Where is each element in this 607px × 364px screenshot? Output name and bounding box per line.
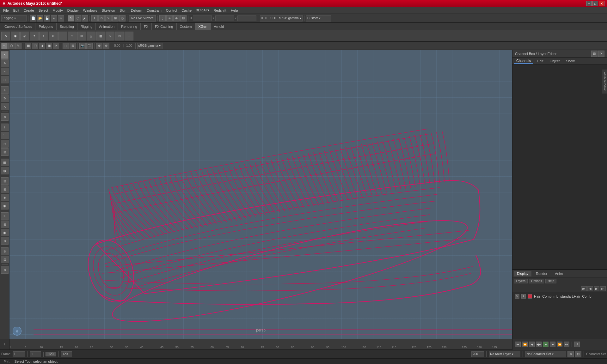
- cb-tab-edit[interactable]: Edit: [535, 58, 546, 64]
- snap-surface-btn[interactable]: ⊡: [180, 15, 187, 21]
- le-tab-display[interactable]: Display: [514, 271, 531, 276]
- xgen-tool3[interactable]: ◉: [1, 229, 9, 236]
- minimize-button[interactable]: ─: [586, 1, 592, 6]
- display-layer2[interactable]: ⊞: [1, 185, 9, 193]
- no-live-surface-button[interactable]: No Live Surface: [129, 15, 156, 21]
- shelf-icon-10[interactable]: △: [87, 32, 95, 40]
- scale-tool[interactable]: ⤡: [1, 103, 9, 110]
- shelf-tab-fxcaching[interactable]: FX Caching: [152, 23, 176, 30]
- show-hide-manip[interactable]: ⊕: [1, 113, 9, 121]
- snap-to-surface[interactable]: ⊞: [1, 148, 9, 156]
- menu-cache[interactable]: Cache: [180, 8, 193, 13]
- layer-nav-next[interactable]: ▶: [594, 286, 599, 291]
- menu-skeleton[interactable]: Skeleton: [100, 8, 117, 13]
- display-layer4[interactable]: ◉: [1, 202, 9, 209]
- no-anim-layer-dropdown[interactable]: No Anim Layer ▾: [489, 351, 520, 357]
- scale-tool-btn[interactable]: ⤡: [105, 15, 112, 21]
- pb-next-key[interactable]: ⏩: [557, 342, 562, 347]
- no-character-set-dropdown[interactable]: No Character Set ▾: [525, 351, 566, 357]
- display-layer1[interactable]: ⊟: [1, 177, 9, 185]
- xray-btn[interactable]: ⊘: [103, 43, 109, 49]
- shelf-icon-4[interactable]: ✦: [30, 32, 39, 40]
- shelf-tab-animation[interactable]: Animation: [96, 23, 118, 30]
- shelf-icon-1[interactable]: ✕: [1, 32, 10, 40]
- layer-nav-prev[interactable]: ◀: [587, 286, 593, 291]
- pb-first-frame[interactable]: ⏮: [515, 342, 521, 347]
- universal-manip-btn[interactable]: ⊞: [112, 15, 119, 21]
- menu-file[interactable]: File: [1, 8, 11, 13]
- snap-to-point[interactable]: ⊡: [1, 140, 9, 148]
- xgen-tool2[interactable]: ⊟: [1, 221, 9, 228]
- pb-last-frame[interactable]: ⏭: [564, 342, 569, 347]
- shelf-icon-13[interactable]: ⊗: [115, 32, 124, 40]
- select-tool-btn[interactable]: ↖: [68, 15, 74, 21]
- open-scene-btn[interactable]: 📂: [37, 15, 43, 21]
- misc-tool2[interactable]: ⊡: [1, 256, 9, 263]
- gamma-dropdown[interactable]: 0.00 1.00 sRGB gamma ▾: [260, 15, 303, 21]
- paint-tool[interactable]: ✎: [1, 59, 9, 67]
- rotate-tool-btn[interactable]: ↻: [98, 15, 105, 21]
- attribute-editor-label[interactable]: Attribute Editor: [602, 70, 607, 94]
- pb-loop[interactable]: ↺: [574, 342, 580, 347]
- snap-curve-btn[interactable]: ∿: [166, 15, 173, 21]
- lasso-select-btn[interactable]: ⬡: [75, 15, 81, 21]
- shelf-icon-8[interactable]: ⌖: [68, 32, 77, 40]
- menu-modify[interactable]: Modify: [51, 8, 64, 13]
- workspace-dropdown[interactable]: Rigging▾: [1, 15, 27, 21]
- shelf-icon-9[interactable]: ⊞: [77, 32, 86, 40]
- nav-cube[interactable]: ⊕: [13, 327, 21, 336]
- shelf-icon-5[interactable]: ↕: [39, 32, 48, 40]
- view-shaded-btn[interactable]: ◑: [39, 43, 45, 49]
- cb-float-btn[interactable]: ⊡: [591, 51, 598, 57]
- redo-btn[interactable]: ↪: [58, 15, 64, 21]
- soft-mod-btn[interactable]: ◎: [119, 15, 126, 21]
- range-start-input[interactable]: [30, 351, 41, 357]
- z-field[interactable]: [237, 15, 256, 21]
- shelf-tab-xgen[interactable]: XGen: [195, 23, 211, 30]
- view-paint-btn[interactable]: ✎: [15, 43, 21, 49]
- char-set-key-btn[interactable]: ⊡: [575, 351, 581, 357]
- sculpt-tool[interactable]: ~: [1, 68, 9, 75]
- cb-close-btn[interactable]: ✕: [598, 51, 604, 57]
- view-wireframe-btn[interactable]: ⬚: [32, 43, 38, 49]
- shelf-icon-7[interactable]: ⋯: [58, 32, 67, 40]
- range-end-input[interactable]: [61, 351, 72, 357]
- menu-redshift[interactable]: Redshift: [212, 8, 228, 13]
- display-layer3[interactable]: ◈: [1, 194, 9, 201]
- snap-grid-btn[interactable]: ⋮: [159, 15, 166, 21]
- view-select-btn[interactable]: ↖: [1, 43, 8, 49]
- shelf-icon-11[interactable]: ▦: [96, 32, 105, 40]
- menu-select[interactable]: Select: [37, 8, 50, 13]
- move-tool-btn[interactable]: ✛: [91, 15, 98, 21]
- le-tab-render[interactable]: Render: [533, 271, 550, 276]
- shelf-icon-14[interactable]: ☰: [125, 32, 133, 40]
- menu-help[interactable]: Help: [229, 8, 240, 13]
- paint-select-btn[interactable]: 🖌: [82, 15, 88, 21]
- render-region[interactable]: ▦: [1, 159, 9, 166]
- maximize-button[interactable]: □: [592, 1, 598, 6]
- isolate-btn[interactable]: ◻: [63, 43, 69, 49]
- shelf-tab-rendering[interactable]: Rendering: [118, 23, 141, 30]
- layer-nav-first[interactable]: ⏮: [581, 286, 587, 291]
- cb-tab-channels[interactable]: Channels: [514, 58, 533, 64]
- misc-tool1[interactable]: ⊘: [1, 247, 9, 255]
- le-options-btn[interactable]: Options: [529, 279, 544, 283]
- le-help-btn[interactable]: Help: [545, 279, 556, 283]
- view-light-btn[interactable]: ☀: [53, 43, 59, 49]
- layer-playback-btn[interactable]: P: [521, 294, 526, 299]
- shelf-tab-polygons[interactable]: Polygons: [35, 23, 56, 30]
- custom-dropdown[interactable]: Custom ▾: [306, 15, 331, 21]
- shelf-icon-2[interactable]: ◉: [11, 32, 20, 40]
- menu-constrain[interactable]: Constrain: [145, 8, 163, 13]
- snap-to-grid[interactable]: ⋮: [1, 124, 9, 131]
- menu-display[interactable]: Display: [65, 8, 81, 13]
- close-button[interactable]: ✕: [599, 1, 604, 6]
- snap-to-curve[interactable]: ⌒: [1, 132, 9, 139]
- menu-skin[interactable]: Skin: [118, 8, 128, 13]
- x-field[interactable]: [193, 15, 212, 21]
- shelf-icon-3[interactable]: ◎: [20, 32, 29, 40]
- le-layers-btn[interactable]: Layers: [514, 279, 528, 283]
- menu-edit[interactable]: Edit: [11, 8, 21, 13]
- cb-tab-object[interactable]: Object: [547, 58, 562, 64]
- pb-next-frame[interactable]: ▶: [550, 342, 555, 347]
